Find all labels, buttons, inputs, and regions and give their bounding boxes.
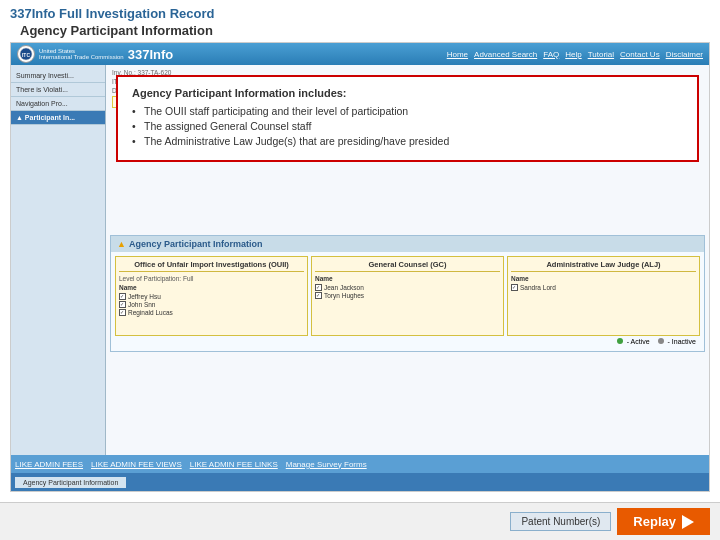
sub-nav-link-4[interactable]: Manage Survey Forms [286, 460, 367, 469]
ouii-person-2: John Snn [119, 301, 304, 308]
nav-337info-logo: 337Info [128, 47, 174, 62]
alj-person-1-checkbox [511, 284, 518, 291]
alj-person-1: Sandra Lord [511, 284, 696, 291]
page-subtitle: Agency Participant Information [0, 23, 720, 42]
ouii-person-1: Jeffrey Hsu [119, 293, 304, 300]
nav-advanced-search-link[interactable]: Advanced Search [474, 50, 537, 59]
ouii-column: Office of Unfair Import Investigations (… [115, 256, 308, 336]
svg-text:ITC: ITC [22, 52, 30, 58]
sidebar-item-summary[interactable]: Summary Investi... [11, 69, 105, 83]
nav-bar: ITC United States International Trade Co… [11, 43, 709, 65]
nav-logo-area: ITC United States International Trade Co… [17, 45, 173, 63]
screen-content: ITC United States International Trade Co… [11, 43, 709, 491]
replay-triangle-icon [682, 515, 694, 529]
ouii-col-title: Office of Unfair Import Investigations (… [119, 260, 304, 272]
legend-inactive: - Inactive [658, 338, 696, 345]
brand-text: United States International Trade Commis… [39, 48, 124, 60]
info-popup-title: Agency Participant Information includes: [132, 87, 683, 99]
gc-col-title: General Counsel (GC) [315, 260, 500, 272]
ouii-person-1-checkbox [119, 293, 126, 300]
info-bullet-1: The OUII staff participating and their l… [132, 105, 683, 117]
replay-button[interactable]: Replay [617, 508, 710, 535]
nav-disclaimer-link[interactable]: Disclaimer [666, 50, 703, 59]
agency-participant-section: ▲ Agency Participant Information Office … [110, 235, 705, 352]
sidebar-item-navigation[interactable]: Navigation Pro... [11, 97, 105, 111]
bottom-tab-agency[interactable]: Agency Participant Information [15, 477, 126, 488]
bottom-tab-bar: Agency Participant Information [11, 473, 709, 491]
agency-legend: - Active - Inactive [115, 336, 700, 347]
nav-help-link[interactable]: Help [565, 50, 581, 59]
agency-participant-header: ▲ Agency Participant Information [111, 236, 704, 252]
ouii-level-label: Level of Participation: Full [119, 275, 304, 282]
nav-home-link[interactable]: Home [447, 50, 468, 59]
info-bullet-2: The assigned General Counsel staff [132, 120, 683, 132]
page-container: 337Info Full Investigation Record Agency… [0, 0, 720, 540]
gc-name-header: Name [315, 275, 500, 282]
info-popup-list: The OUII staff participating and their l… [132, 105, 683, 147]
legend-active: - Active [617, 338, 650, 345]
alj-name-header: Name [511, 275, 696, 282]
alj-column: Administrative Law Judge (ALJ) Name Sand… [507, 256, 700, 336]
ouii-person-3-checkbox [119, 309, 126, 316]
screenshot-area: ITC United States International Trade Co… [10, 42, 710, 492]
gc-column: General Counsel (GC) Name Jean Jackson T… [311, 256, 504, 336]
ouii-person-2-checkbox [119, 301, 126, 308]
sidebar: Summary Investi... There is Violati... N… [11, 65, 106, 455]
legend-inactive-dot [658, 338, 664, 344]
sub-nav-link-3[interactable]: LIKE ADMIN FEE LINKS [190, 460, 278, 469]
agency-columns: Office of Unfair Import Investigations (… [115, 256, 700, 336]
nav-contact-link[interactable]: Contact Us [620, 50, 660, 59]
agency-participant-title: Agency Participant Information [129, 239, 263, 249]
agency-participant-body: Office of Unfair Import Investigations (… [111, 252, 704, 351]
sidebar-item-participant[interactable]: ▲ Participant In... [11, 111, 105, 125]
info-bullet-3: The Administrative Law Judge(s) that are… [132, 135, 683, 147]
sub-nav-bar: LIKE ADMIN FEES LIKE ADMIN FEE VIEWS LIK… [11, 455, 709, 473]
gc-person-2-checkbox [315, 292, 322, 299]
info-overlay-popup: Agency Participant Information includes:… [116, 75, 699, 162]
nav-tutorial-link[interactable]: Tutorial [588, 50, 614, 59]
alj-col-title: Administrative Law Judge (ALJ) [511, 260, 696, 272]
ouii-name-header: Name [119, 284, 304, 291]
page-title: 337Info Full Investigation Record [0, 0, 720, 23]
sub-nav-link-2[interactable]: LIKE ADMIN FEE VIEWS [91, 460, 182, 469]
nav-faq-link[interactable]: FAQ [543, 50, 559, 59]
gc-person-1: Jean Jackson [315, 284, 500, 291]
gc-person-1-checkbox [315, 284, 322, 291]
replay-label: Replay [633, 514, 676, 529]
ouii-person-3: Reginald Lucas [119, 309, 304, 316]
nav-links: Home Advanced Search FAQ Help Tutorial C… [447, 50, 703, 59]
patent-number-box: Patent Number(s) [510, 512, 611, 531]
gc-person-2: Toryn Hughes [315, 292, 500, 299]
legend-active-dot [617, 338, 623, 344]
sub-nav-link-1[interactable]: LIKE ADMIN FEES [15, 460, 83, 469]
bg-main: Inv. No.: 337-TA-620 ITC Dkt: 2007-0106 … [106, 65, 709, 455]
main-content-row: Summary Investi... There is Violati... N… [11, 65, 709, 455]
warning-icon: ▲ [117, 239, 126, 249]
bottom-bar: Patent Number(s) Replay [0, 502, 720, 540]
sidebar-item-violation[interactable]: There is Violati... [11, 83, 105, 97]
logo-circle-icon: ITC [17, 45, 35, 63]
